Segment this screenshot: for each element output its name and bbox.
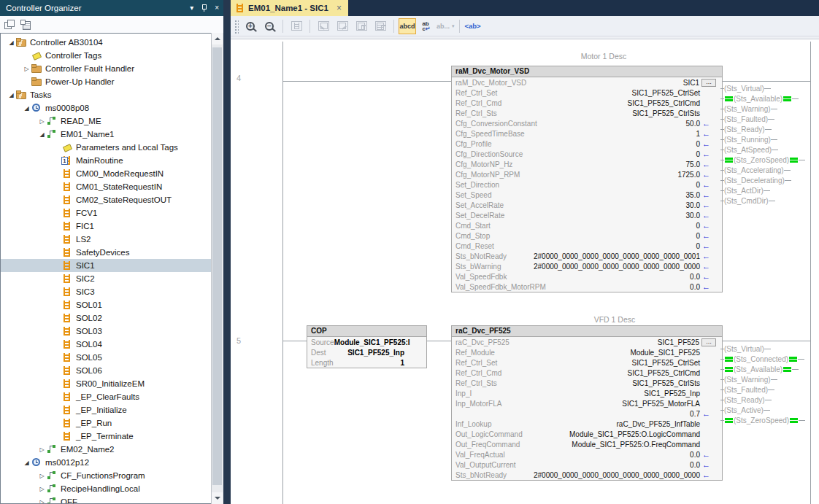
- tree-item-FCV1[interactable]: FCV1: [1, 206, 212, 220]
- tab-close-icon[interactable]: ×: [337, 4, 342, 12]
- rung5-number[interactable]: 5: [237, 336, 241, 345]
- operand-value[interactable]: Module_SIC1_PF525: [630, 349, 700, 357]
- zoom-out-button[interactable]: −: [261, 18, 278, 34]
- coil-Sts_CmdDir[interactable]: (Sts_CmdDir): [720, 195, 775, 206]
- operand-value[interactable]: SIC1_PF525_MotorFLA: [622, 400, 700, 408]
- tree-item-_EP_Initialize[interactable]: _EP_Initialize: [1, 403, 212, 416]
- tree-item-SIC3[interactable]: SIC3: [1, 285, 212, 298]
- coil-Sts_Accelerating[interactable]: (Sts_Accelerating): [720, 165, 791, 175]
- component-options-icon[interactable]: [20, 20, 31, 30]
- cop-instruction-block[interactable]: COPSourceModule_SIC1_PF525:IDestSIC1_PF5…: [307, 325, 427, 368]
- tree-item-EM01_Name1[interactable]: ◢EM01_Name1: [1, 128, 212, 141]
- operand-value[interactable]: Module_SIC1_PF525:O.FreqCommand: [572, 441, 700, 449]
- operand-value[interactable]: 35.0: [686, 191, 700, 199]
- tab-em01-name1-sic1[interactable]: EM01_Name1 - SIC1 ×: [231, 0, 348, 16]
- tree-item-Power-Up Handler[interactable]: Power-Up Handler: [1, 75, 212, 88]
- browse-button[interactable]: ...: [701, 338, 716, 346]
- tree-item-Parameters and Local Tags[interactable]: Parameters and Local Tags: [1, 141, 212, 154]
- collapsed-arrow-icon[interactable]: ▷: [37, 446, 47, 453]
- operand-value[interactable]: SIC1_PF525_CtrlSet: [632, 359, 700, 367]
- panel-splitter[interactable]: [223, 0, 231, 504]
- expanded-arrow-icon[interactable]: ◢: [22, 460, 31, 466]
- tree-item-_EP_Run[interactable]: _EP_Run: [1, 416, 212, 430]
- tree-item-MainRoutine[interactable]: MainRoutine: [1, 154, 212, 167]
- operand-value[interactable]: SIC1_PF525_CtrlSet: [632, 89, 700, 97]
- collapsed-arrow-icon[interactable]: ▷: [37, 499, 47, 504]
- tree-item-Controller AB30104[interactable]: ◢Controller AB30104: [1, 36, 212, 49]
- operand-value[interactable]: 50.0: [686, 120, 700, 128]
- tree-item-CF_FunctionsProgram[interactable]: ▷CF_FunctionsProgram: [1, 469, 212, 482]
- expanded-arrow-icon[interactable]: ◢: [7, 39, 16, 46]
- operand-value[interactable]: 30.0: [686, 201, 700, 209]
- operand-value[interactable]: SIC1_PF525_CtrlSts: [632, 379, 700, 387]
- operand-value[interactable]: 0.7: [690, 410, 700, 418]
- operand-value[interactable]: 0.0: [690, 283, 700, 291]
- operand-value[interactable]: SIC1_PF525_Inp: [347, 349, 404, 357]
- coil-Sts_Virtual[interactable]: (Sts_Virtual): [720, 344, 771, 354]
- coil-Sts_ZeroSpeed[interactable]: (Sts_ZeroSpeed): [720, 155, 805, 165]
- operand-value[interactable]: raC_Dvc_PF525_InfTable: [616, 420, 700, 428]
- coil-Sts_ActDir[interactable]: (Sts_ActDir): [720, 185, 770, 195]
- operand-value[interactable]: 2#0000_0000_0000_0000_0000_0000_0000_000…: [534, 252, 700, 260]
- operand-value[interactable]: Module_SIC1_PF525:O.LogicCommand: [569, 430, 700, 438]
- tree-scrollbar[interactable]: [211, 33, 223, 504]
- expanded-arrow-icon[interactable]: ◢: [37, 131, 47, 138]
- coil-Sts_Faulted[interactable]: (Sts_Faulted): [720, 114, 774, 124]
- tree-item-LS2[interactable]: LS2: [1, 233, 212, 246]
- scrollbar-thumb[interactable]: [212, 47, 222, 485]
- toolbar-grip[interactable]: [234, 19, 239, 34]
- tree-item-FIC1[interactable]: FIC1: [1, 220, 212, 233]
- tree-item-CM02_StateRequestOUT[interactable]: CM02_StateRequestOUT: [1, 193, 212, 206]
- tree-item-SOL01[interactable]: SOL01: [1, 298, 212, 311]
- coil-Sts_Faulted[interactable]: (Sts_Faulted): [720, 384, 774, 395]
- tree-item-Controller Tags[interactable]: Controller Tags: [1, 49, 212, 62]
- tree-item-CM00_ModeRequestIN[interactable]: CM00_ModeRequestIN: [1, 167, 212, 180]
- zoom-in-button[interactable]: +: [242, 18, 259, 34]
- tree-item-Controller Fault Handler[interactable]: ▷Controller Fault Handler: [1, 62, 212, 75]
- browse-button[interactable]: ...: [701, 79, 716, 87]
- coil-Sts_Warning[interactable]: (Sts_Warning): [720, 374, 777, 384]
- operand-value[interactable]: 0.0: [690, 273, 700, 281]
- tree-item-ms0012p12[interactable]: ◢ms0012p12: [1, 456, 212, 469]
- coil-Sts_Available[interactable]: (Sts_Available): [720, 93, 799, 104]
- operand-value[interactable]: 1: [400, 359, 404, 367]
- scroll-down-icon[interactable]: [212, 492, 223, 504]
- operand-value[interactable]: SIC1_PF525_CtrlSts: [632, 109, 700, 117]
- coil-Sts_Connected[interactable]: (Sts_Connected): [720, 354, 804, 364]
- tree-item-SafetyDevices[interactable]: SafetyDevices: [1, 246, 212, 259]
- operand-value[interactable]: 2#0000_0000_0000_0000_0000_0000_0000_000…: [534, 263, 700, 271]
- coil-Sts_Ready[interactable]: (Sts_Ready): [720, 124, 772, 134]
- scroll-up-icon[interactable]: [212, 33, 223, 44]
- tree-item-SIC1[interactable]: SIC1: [1, 259, 212, 272]
- coil-Sts_Virtual[interactable]: (Sts_Virtual): [720, 83, 771, 93]
- operand-value[interactable]: SIC1: [683, 79, 699, 87]
- coil-Sts_Ready[interactable]: (Sts_Ready): [720, 395, 772, 405]
- coil-Sts_Running[interactable]: (Sts_Running): [720, 134, 777, 144]
- tree-item-OFF[interactable]: ▷OFF: [1, 495, 212, 504]
- coil-Sts_Warning[interactable]: (Sts_Warning): [720, 104, 777, 114]
- tree-item-EM02_Name2[interactable]: ▷EM02_Name2: [1, 443, 212, 456]
- tree-item-SOL03[interactable]: SOL03: [1, 325, 212, 338]
- coil-Sts_Decelerating[interactable]: (Sts_Decelerating): [720, 175, 791, 185]
- tree-item-SOL02[interactable]: SOL02: [1, 311, 212, 325]
- operand-value[interactable]: Module_SIC1_PF525:I: [334, 338, 410, 346]
- rac-dvc-pf525-block[interactable]: raC_Dvc_PF525raC_Dvc_PF525SIC1_PF525...R…: [451, 325, 723, 481]
- close-icon[interactable]: ×: [215, 4, 219, 12]
- collapsed-arrow-icon[interactable]: ▷: [37, 486, 47, 492]
- collapsed-arrow-icon[interactable]: ▷: [37, 473, 47, 479]
- toggle-tag-descriptions-button[interactable]: <ab>: [464, 18, 482, 34]
- coil-Sts_AtSpeed[interactable]: (Sts_AtSpeed): [720, 144, 778, 155]
- tree-item-RecipeHandlingLocal[interactable]: ▷RecipeHandlingLocal: [1, 482, 212, 495]
- tree-item-SIC2[interactable]: SIC2: [1, 272, 212, 285]
- operand-value[interactable]: 0.0: [690, 461, 700, 469]
- operand-value[interactable]: 75.0: [686, 160, 700, 168]
- tree-item-SOL04[interactable]: SOL04: [1, 338, 212, 351]
- operand-value[interactable]: SIC1_PF525_CtrlCmd: [628, 99, 700, 107]
- collapsed-arrow-icon[interactable]: ▷: [37, 118, 47, 125]
- coil-Sts_Active[interactable]: (Sts_Active): [720, 405, 770, 415]
- expanded-arrow-icon[interactable]: ◢: [7, 92, 16, 98]
- collapsed-arrow-icon[interactable]: ▷: [22, 66, 31, 72]
- tree-item-ms0008p08[interactable]: ◢ms0008p08: [1, 101, 212, 115]
- operand-value[interactable]: SIC1_PF525: [658, 338, 699, 346]
- tree-item-SOL06[interactable]: SOL06: [1, 364, 212, 377]
